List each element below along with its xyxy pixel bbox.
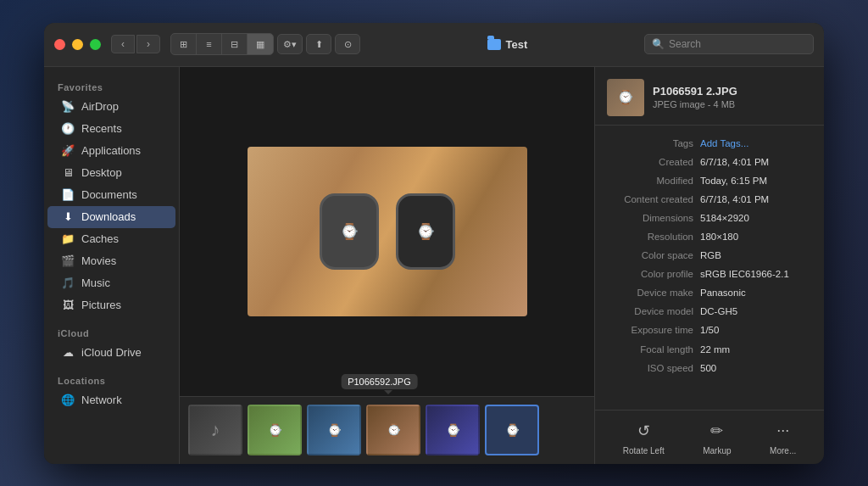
close-button[interactable]: [54, 39, 65, 50]
locations-section-title: Locations: [44, 371, 179, 389]
more-icon: ···: [771, 419, 795, 443]
file-thumbnail: ⌚: [607, 79, 644, 116]
info-row-iso: ISO speed 500: [607, 359, 812, 377]
sidebar-item-caches[interactable]: 📁 Caches: [47, 228, 175, 250]
icon-view-btn[interactable]: ⊞: [171, 34, 197, 54]
info-row-device-model: Device model DC-GH5: [607, 302, 812, 321]
favorites-section-title: Favorites: [44, 77, 179, 96]
search-icon: 🔍: [652, 38, 665, 50]
sidebar-item-downloads[interactable]: ⬇ Downloads: [47, 206, 175, 228]
file-header: ⌚ P1066591 2.JPG JPEG image - 4 MB: [595, 67, 824, 126]
sidebar-item-recents[interactable]: 🕐 Recents: [47, 118, 175, 140]
markup-icon: ✏: [705, 419, 729, 443]
list-view-btn[interactable]: ≡: [197, 34, 222, 54]
info-actions: ↺ Rotate Left ✏ Markup ··· More...: [595, 410, 824, 464]
info-row-color-space: Color space RGB: [607, 246, 812, 265]
music-icon: 🎵: [61, 277, 75, 290]
back-button[interactable]: ‹: [111, 35, 135, 53]
info-row-focal-length: Focal length 22 mm: [607, 340, 812, 359]
info-row-exposure: Exposure time 1/50: [607, 321, 812, 339]
tag-btn[interactable]: ⊙: [335, 34, 360, 54]
minimize-button[interactable]: [72, 39, 83, 50]
pictures-icon: 🖼: [61, 299, 75, 312]
rotate-left-icon: ↺: [632, 419, 655, 443]
color-profile-value: sRGB IEC61966-2.1: [700, 267, 789, 281]
content-created-value: 6/7/18, 4:01 PM: [700, 193, 769, 206]
gear-icon: ⚙▾: [283, 39, 297, 50]
focal-length-value: 22 mm: [700, 343, 730, 356]
file-metadata: Tags Add Tags... Created 6/7/18, 4:01 PM…: [595, 126, 824, 410]
color-space-label: Color space: [607, 249, 700, 262]
sidebar: Favorites 📡 AirDrop 🕐 Recents 🚀 Applicat…: [44, 67, 180, 464]
traffic-lights: [54, 39, 101, 50]
info-row-resolution: Resolution 180×180: [607, 227, 812, 246]
resolution-label: Resolution: [607, 230, 700, 243]
thumbnail-2[interactable]: ⌚: [248, 405, 302, 455]
thumbnail-1[interactable]: ♪: [188, 405, 242, 455]
created-label: Created: [607, 155, 700, 169]
titlebar: ‹ › ⊞ ≡ ⊟ ▦ ⚙▾ ⬆ ⊙ Test: [44, 23, 824, 67]
info-row-color-profile: Color profile sRGB IEC61966-2.1: [607, 265, 812, 283]
tags-value[interactable]: Add Tags...: [700, 137, 748, 150]
markup-button[interactable]: ✏ Markup: [696, 416, 737, 459]
dimensions-value: 5184×2920: [700, 211, 749, 225]
exposure-label: Exposure time: [607, 323, 700, 337]
color-space-value: RGB: [700, 249, 721, 262]
sidebar-item-documents[interactable]: 📄 Documents: [47, 184, 175, 206]
info-row-dimensions: Dimensions 5184×2920: [607, 209, 812, 227]
device-model-value: DC-GH5: [700, 304, 737, 318]
thumbnail-4[interactable]: ⌚: [366, 405, 420, 455]
caches-icon: 📁: [61, 232, 75, 246]
file-thumb-icon: ⌚: [617, 89, 634, 105]
preview-main: ⌚ ⌚: [180, 67, 594, 396]
file-name: P1066591 2.JPG: [653, 85, 737, 98]
dimensions-label: Dimensions: [607, 211, 700, 225]
sidebar-item-icloud-drive[interactable]: ☁ iCloud Drive: [47, 342, 175, 364]
more-button[interactable]: ··· More...: [763, 416, 803, 459]
thumbnail-5[interactable]: ⌚: [426, 405, 480, 455]
thumbnail-3[interactable]: ⌚: [307, 405, 361, 455]
device-model-label: Device model: [607, 304, 700, 318]
documents-icon: 📄: [61, 188, 75, 202]
sidebar-item-music[interactable]: 🎵 Music: [47, 272, 175, 294]
gallery-view-btn[interactable]: ▦: [248, 34, 273, 54]
iso-label: ISO speed: [607, 361, 700, 375]
applications-icon: 🚀: [61, 144, 75, 158]
watch-left-icon: ⌚: [320, 193, 379, 270]
info-row-tags: Tags Add Tags...: [607, 134, 812, 153]
sidebar-item-network[interactable]: 🌐 Network: [47, 389, 175, 411]
desktop-icon: 🖥: [61, 166, 75, 180]
network-icon: 🌐: [61, 394, 75, 407]
search-bar[interactable]: 🔍 Search: [644, 34, 814, 54]
thumbnail-6[interactable]: ⌚: [485, 405, 539, 455]
action-dropdown-btn[interactable]: ⚙▾: [277, 34, 303, 54]
share-icon: ⬆: [315, 39, 323, 50]
info-row-content-created: Content created 6/7/18, 4:01 PM: [607, 190, 812, 209]
maximize-button[interactable]: [90, 39, 101, 50]
nav-buttons: ‹ ›: [111, 35, 160, 53]
watch-right-icon: ⌚: [396, 193, 455, 270]
share-btn[interactable]: ⬆: [306, 34, 331, 54]
file-browser: ⌚ ⌚ P1066592.JPG ♪ ⌚ ⌚: [180, 67, 595, 464]
device-make-label: Device make: [607, 286, 700, 299]
sidebar-item-applications[interactable]: 🚀 Applications: [47, 140, 175, 162]
sidebar-item-airdrop[interactable]: 📡 AirDrop: [47, 96, 175, 118]
column-view-btn[interactable]: ⊟: [222, 34, 248, 54]
tag-icon: ⊙: [344, 39, 352, 50]
rotate-left-button[interactable]: ↺ Rotate Left: [616, 416, 671, 459]
downloads-icon: ⬇: [61, 210, 75, 224]
sidebar-item-movies[interactable]: 🎬 Movies: [47, 250, 175, 272]
finder-window: ‹ › ⊞ ≡ ⊟ ▦ ⚙▾ ⬆ ⊙ Test: [44, 23, 824, 464]
sidebar-item-pictures[interactable]: 🖼 Pictures: [47, 294, 175, 316]
thumbnail-strip: ♪ ⌚ ⌚ ⌚ ⌚ ⌚: [180, 396, 594, 464]
created-value: 6/7/18, 4:01 PM: [700, 155, 769, 169]
modified-value: Today, 6:15 PM: [700, 174, 767, 187]
tags-label: Tags: [607, 137, 700, 150]
view-mode-buttons: ⊞ ≡ ⊟ ▦ ⚙▾ ⬆ ⊙: [170, 33, 360, 55]
sidebar-item-desktop[interactable]: 🖥 Desktop: [47, 162, 175, 184]
forward-button[interactable]: ›: [136, 35, 160, 53]
preview-image: ⌚ ⌚: [248, 147, 527, 316]
info-row-device-make: Device make Panasonic: [607, 283, 812, 302]
view-group: ⊞ ≡ ⊟ ▦: [170, 33, 274, 55]
exposure-value: 1/50: [700, 323, 719, 337]
